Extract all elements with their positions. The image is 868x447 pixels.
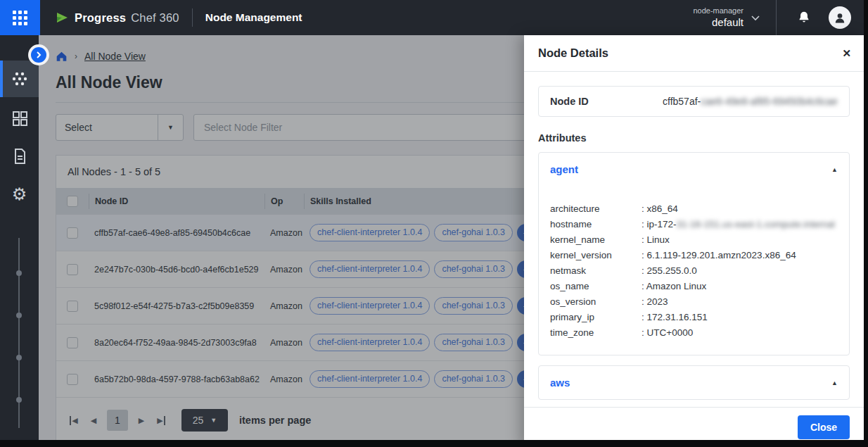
person-icon <box>833 11 847 25</box>
attribute-row: os_name: Amazon Linux <box>550 279 838 294</box>
attribute-key: netmask <box>550 263 642 279</box>
bell-icon <box>796 10 812 25</box>
node-id-redacted: cae6-49e8-af85-69450b4c6cae <box>701 96 838 107</box>
section-toggle-aws[interactable]: aws▲ <box>539 366 849 399</box>
attribute-value: : UTC+0000 <box>642 325 693 341</box>
header-divider <box>192 8 193 27</box>
attribute-value: : x86_64 <box>642 201 678 217</box>
org-switcher-dropdown[interactable]: node-manager default <box>693 6 760 30</box>
panel-body: Node ID cffb57af-cae6-49e8-af85-69450b4c… <box>524 72 864 407</box>
attribute-value: : Amazon Linux <box>642 279 706 294</box>
attribute-value: : 6.1.119-129.201.amzn2023.x86_64 <box>642 248 796 263</box>
waffle-icon <box>13 11 27 25</box>
attribute-key: hostname <box>550 217 642 232</box>
user-avatar-button[interactable] <box>829 6 851 29</box>
attribute-list: architecture: x86_64hostname: ip-172-31-… <box>539 186 849 355</box>
redacted-value: 31-16-151.us-east-1.compute.internal <box>677 219 835 229</box>
attribute-row: hostname: ip-172-31-16-151.us-east-1.com… <box>550 217 838 232</box>
sidebar-item-nodes[interactable] <box>0 61 39 97</box>
section-name: agent <box>550 163 578 175</box>
window-border <box>0 440 868 447</box>
header-divider <box>776 0 777 35</box>
attribute-row: os_version: 2023 <box>550 294 838 310</box>
attribute-key: os_version <box>550 294 642 310</box>
notifications-button[interactable] <box>796 10 812 25</box>
node-details-panel: Node Details ✕ Node ID cffb57af-cae6-49e… <box>524 35 864 447</box>
section-toggle-agent[interactable]: agent▲ <box>539 153 849 186</box>
section-name: aws <box>550 377 570 389</box>
grid-icon <box>11 110 28 127</box>
attribute-section-aws: aws▲ <box>538 365 850 400</box>
attribute-row: kernel_name: Linux <box>550 232 838 248</box>
attribute-value: : 2023 <box>642 294 668 310</box>
attribute-row: primary_ip: 172.31.16.151 <box>550 310 838 325</box>
app-title: Node Management <box>205 11 302 24</box>
attribute-key: kernel_name <box>550 232 642 248</box>
node-id-box: Node ID cffb57af-cae6-49e8-af85-69450b4c… <box>538 86 850 117</box>
sidebar-item-apps[interactable] <box>0 101 39 135</box>
node-id-label: Node ID <box>550 96 663 107</box>
attribute-row: kernel_version: 6.1.119-129.201.amzn2023… <box>550 248 838 263</box>
attribute-value: : 172.31.16.151 <box>642 310 708 325</box>
attribute-row: architecture: x86_64 <box>550 201 838 217</box>
progress-leaf-icon <box>56 11 70 25</box>
panel-header: Node Details ✕ <box>524 35 864 72</box>
chevron-right-icon <box>35 51 42 58</box>
collapse-caret-icon: ▲ <box>831 379 838 386</box>
document-icon <box>11 148 28 165</box>
sidebar-expand-button[interactable] <box>31 47 46 63</box>
node-id-value: cffb57af-cae6-49e8-af85-69450b4c6cae <box>663 96 838 107</box>
app-header: Progress Chef 360 Node Management node-m… <box>0 0 868 35</box>
progress-chef-logo: Progress Chef 360 <box>56 11 179 25</box>
collapse-caret-icon: ▲ <box>831 166 838 173</box>
attribute-key: kernel_version <box>550 248 642 263</box>
chevron-down-icon <box>751 15 760 21</box>
gear-icon: ⚙ <box>12 186 27 203</box>
logo-brand-text: Progress <box>75 11 126 25</box>
close-icon[interactable]: ✕ <box>842 47 851 60</box>
org-value: default <box>693 16 743 30</box>
attribute-row: netmask: 255.255.0.0 <box>550 263 838 279</box>
sidebar-item-settings[interactable]: ⚙ <box>0 177 39 211</box>
attribute-value: : 255.255.0.0 <box>642 263 697 279</box>
org-label: node-manager <box>693 6 743 16</box>
attribute-section-agent: agent▲architecture: x86_64hostname: ip-1… <box>538 152 850 355</box>
app-window: Progress Chef 360 Node Management node-m… <box>0 0 868 447</box>
attribute-key: os_name <box>550 279 642 294</box>
attributes-heading: Attributes <box>538 132 850 144</box>
logo-product-text: Chef 360 <box>131 11 179 25</box>
attribute-key: primary_ip <box>550 310 642 325</box>
attribute-key: architecture <box>550 201 642 217</box>
attribute-value: : Linux <box>642 232 670 248</box>
app-launcher-button[interactable] <box>0 0 40 35</box>
window-border <box>864 0 868 447</box>
attribute-value: : ip-172-31-16-151.us-east-1.compute.int… <box>642 217 835 232</box>
sidebar-item-documents[interactable] <box>0 139 39 173</box>
close-button[interactable]: Close <box>798 415 850 439</box>
left-sidebar: ⚙ <box>0 35 39 447</box>
nodes-cluster-icon <box>11 70 29 88</box>
attribute-row: time_zone: UTC+0000 <box>550 325 838 341</box>
panel-title: Node Details <box>538 46 608 60</box>
attribute-sections: agent▲architecture: x86_64hostname: ip-1… <box>538 152 850 400</box>
attribute-key: time_zone <box>550 325 642 341</box>
sidebar-timeline <box>18 238 20 428</box>
